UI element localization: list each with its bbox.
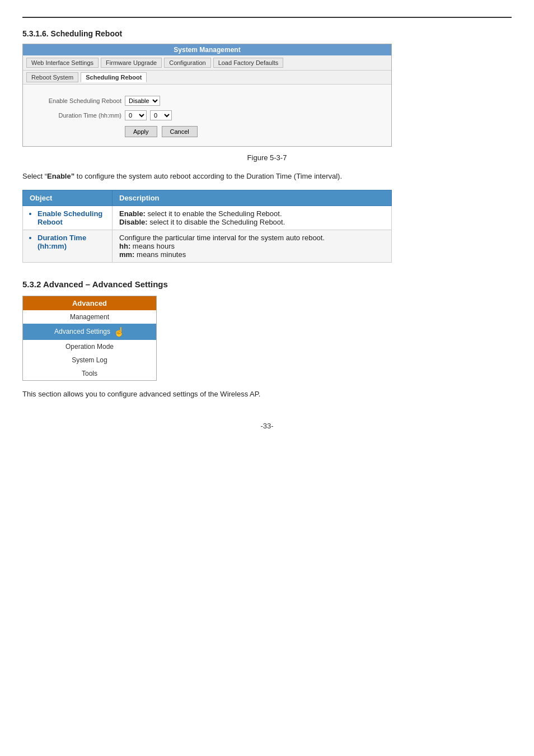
duration-hh-select[interactable]: 0123 4567 891011 12131415 16171819 20212…	[125, 110, 147, 120]
cancel-button[interactable]: Cancel	[162, 126, 198, 137]
reboot-label-bold: Reboot	[38, 218, 63, 226]
enable-scheduling-label-bold: Enable Scheduling	[38, 209, 102, 218]
form-actions: Apply Cancel	[32, 126, 382, 137]
page-number: -33-	[22, 422, 512, 430]
adv-menu-advanced-settings[interactable]: Advanced Settings ☝	[23, 324, 156, 340]
subtab-scheduling-reboot[interactable]: Scheduling Reboot	[81, 72, 147, 82]
adv-menu-management[interactable]: Management	[23, 310, 156, 324]
enable-bold: Enable”	[47, 172, 74, 180]
obj-enable-scheduling: Enable Scheduling Reboot	[23, 206, 113, 230]
adv-menu-system-log[interactable]: System Log	[23, 353, 156, 367]
desc-duration-time: Configure the particular time interval f…	[113, 230, 392, 262]
duration-hhmm-label: (hh:mm)	[38, 242, 67, 250]
figure-caption: Figure 5-3-7	[22, 153, 512, 162]
sys-panel-body: Enable Scheduling Reboot Disable Enable …	[23, 85, 391, 146]
advanced-panel: Advanced Management Advanced Settings ☝ …	[22, 296, 157, 381]
enable-scheduling-select[interactable]: Disable Enable	[125, 96, 160, 106]
enable-bold-desc: Enable:	[119, 209, 146, 218]
intro-text: Select “Enable” to configure the system …	[22, 171, 512, 182]
tab-configuration[interactable]: Configuration	[164, 58, 210, 68]
section2-title: 5.3.2 Advanced – Advanced Settings	[22, 279, 512, 289]
adv-panel-header: Advanced	[23, 296, 156, 310]
apply-button[interactable]: Apply	[125, 126, 157, 137]
subtab-reboot-system[interactable]: Reboot System	[26, 72, 78, 82]
tab-web-interface-settings[interactable]: Web Interface Settings	[26, 58, 99, 68]
description-table: Object Description Enable Scheduling Reb…	[22, 190, 392, 263]
adv-menu-operation-mode[interactable]: Operation Mode	[23, 340, 156, 353]
enable-scheduling-item: Enable Scheduling Reboot	[38, 209, 105, 226]
hh-bold: hh:	[119, 242, 130, 250]
col-description: Description	[113, 190, 392, 206]
col-object: Object	[23, 190, 113, 206]
duration-time-label-bold: Duration Time	[38, 234, 86, 242]
sys-panel-subnav: Reboot System Scheduling Reboot	[23, 71, 391, 85]
duration-time-row: Duration Time (hh:mm) 0123 4567 891011 1…	[32, 110, 382, 120]
sys-panel-header: System Management	[23, 44, 391, 55]
desc-enable-scheduling: Enable: select it to enable the Scheduli…	[113, 206, 392, 230]
adv-menu-tools[interactable]: Tools	[23, 367, 156, 380]
disable-bold-desc: Disable:	[119, 218, 148, 226]
table-row-enable: Enable Scheduling Reboot Enable: select …	[23, 206, 392, 230]
table-row-duration: Duration Time (hh:mm) Configure the part…	[23, 230, 392, 262]
duration-time-label: Duration Time (hh:mm)	[32, 112, 121, 119]
tab-load-factory-defaults[interactable]: Load Factory Defaults	[213, 58, 284, 68]
sys-panel-nav: Web Interface Settings Firmware Upgrade …	[23, 55, 391, 71]
system-management-panel: System Management Web Interface Settings…	[22, 44, 392, 147]
duration-time-item: Duration Time (hh:mm)	[38, 234, 105, 250]
top-divider	[22, 17, 512, 18]
section2-intro-text: This section allows you to configure adv…	[22, 389, 512, 400]
obj-duration-time: Duration Time (hh:mm)	[23, 230, 113, 262]
section1-title: 5.3.1.6. Scheduling Reboot	[22, 29, 512, 38]
mm-bold: mm:	[119, 250, 134, 259]
cursor-icon: ☝	[114, 326, 125, 337]
tab-firmware-upgrade[interactable]: Firmware Upgrade	[101, 58, 162, 68]
duration-mm-select[interactable]: 051015 20253035 40455055	[150, 110, 172, 120]
enable-scheduling-row: Enable Scheduling Reboot Disable Enable	[32, 96, 382, 106]
advanced-settings-label: Advanced Settings	[54, 328, 110, 335]
enable-scheduling-label: Enable Scheduling Reboot	[32, 97, 121, 104]
